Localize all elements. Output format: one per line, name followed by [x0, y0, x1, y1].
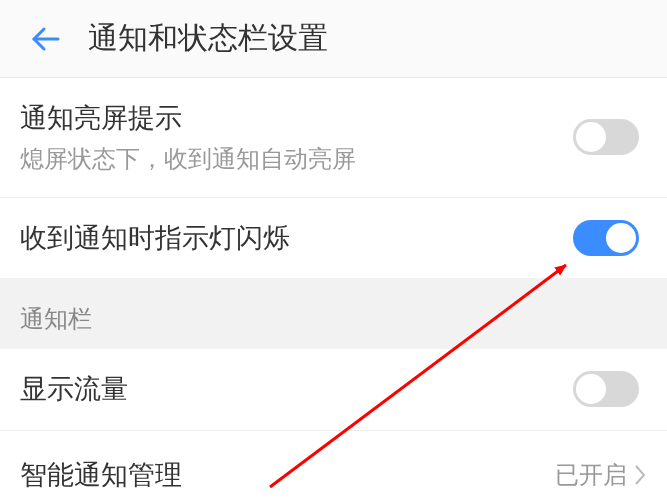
toggle-led-flash[interactable]	[573, 220, 639, 256]
section-header-notification-bar: 通知栏	[0, 278, 667, 349]
toggle-show-traffic[interactable]	[573, 371, 639, 407]
toggle-knob	[576, 374, 606, 404]
setting-wake-on-notification[interactable]: 通知亮屏提示 熄屏状态下，收到通知自动亮屏	[0, 78, 667, 198]
setting-label: 显示流量	[20, 369, 128, 410]
link-value: 已开启	[555, 459, 647, 491]
setting-show-traffic[interactable]: 显示流量	[0, 349, 667, 431]
toggle-knob	[606, 223, 636, 253]
setting-text: 显示流量	[20, 369, 128, 410]
toggle-knob	[576, 122, 606, 152]
setting-text: 收到通知时指示灯闪烁	[20, 218, 290, 259]
page-title: 通知和状态栏设置	[88, 18, 328, 59]
toggle-wake-on-notification[interactable]	[573, 119, 639, 155]
setting-label: 收到通知时指示灯闪烁	[20, 218, 290, 259]
setting-led-flash[interactable]: 收到通知时指示灯闪烁	[0, 198, 667, 279]
link-value-text: 已开启	[555, 459, 627, 491]
setting-smart-notification[interactable]: 智能通知管理 已开启	[0, 431, 667, 501]
setting-sublabel: 熄屏状态下，收到通知自动亮屏	[20, 141, 356, 177]
chevron-right-icon	[633, 463, 647, 487]
back-arrow-icon[interactable]	[28, 21, 64, 57]
header: 通知和状态栏设置	[0, 0, 667, 78]
setting-text: 通知亮屏提示 熄屏状态下，收到通知自动亮屏	[20, 98, 356, 177]
setting-label: 智能通知管理	[20, 455, 182, 496]
setting-label: 通知亮屏提示	[20, 98, 356, 139]
